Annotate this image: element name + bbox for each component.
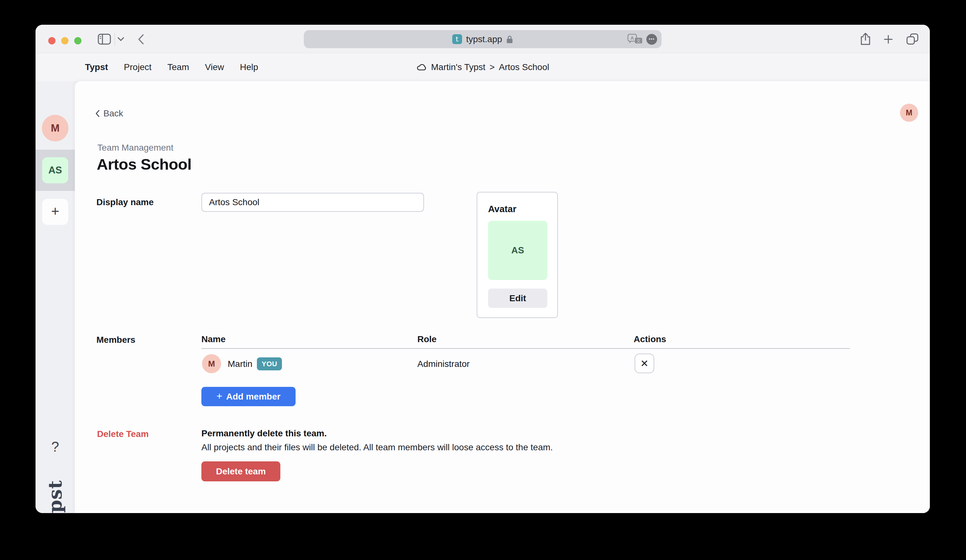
member-avatar: M [202,354,221,373]
tab-overview-icon[interactable] [906,33,918,45]
address-bar[interactable]: t typst.app A 文 ••• [304,30,662,48]
site-favicon: t [452,34,462,44]
translate-icon[interactable]: A 文 [627,34,643,45]
close-icon: ✕ [640,358,649,370]
main-area: M AS + ? typst Back M Team Management Ar… [36,81,930,513]
typst-logo: typst [44,480,66,513]
sidebar-active-team[interactable]: AS [36,149,75,191]
section-label: Team Management [97,143,174,153]
browser-toolbar: t typst.app A 文 ••• [36,25,930,53]
browser-window: t typst.app A 文 ••• [36,25,930,513]
avatar-card-title: Avatar [488,204,516,214]
app-menubar: Typst Project Team View Help Martin's Ty… [36,53,930,81]
breadcrumb-page: Artos School [499,62,549,72]
breadcrumb-separator: > [490,62,495,72]
back-label: Back [104,108,123,118]
svg-text:文: 文 [636,38,641,43]
delete-team-description: All projects and their files will be del… [201,442,553,453]
app-menus: Typst Project Team View Help [85,53,258,81]
you-badge: YOU [257,357,282,370]
display-name-input[interactable] [201,193,424,212]
edit-avatar-button[interactable]: Edit [488,289,547,308]
avatar-card: Avatar AS Edit [476,192,558,318]
display-name-label: Display name [97,197,154,207]
breadcrumb[interactable]: Martin's Typst > Artos School [416,53,549,81]
menu-project[interactable]: Project [124,62,151,72]
team-sidebar: M AS + ? typst [36,81,75,513]
menu-typst[interactable]: Typst [85,62,108,72]
members-label: Members [97,335,135,345]
menu-view[interactable]: View [205,62,224,72]
page-options-icon[interactable]: ••• [646,34,657,45]
team-avatar-preview: AS [488,221,547,280]
new-tab-icon[interactable] [884,34,893,44]
chevron-left-icon [95,110,100,117]
sidebar-toggle-icon[interactable] [98,34,111,45]
menu-help[interactable]: Help [240,62,258,72]
sidebar-team-avatar: AS [42,157,68,183]
back-navigation-icon[interactable] [137,34,145,45]
member-name: Martin [228,359,253,369]
url-text: typst.app [466,34,502,44]
delete-team-heading: Permanently delete this team. [201,429,327,438]
add-team-button[interactable]: + [42,199,68,225]
chevron-down-icon[interactable] [117,37,124,41]
remove-member-button[interactable]: ✕ [634,353,654,373]
toolbar-divider [115,33,115,46]
sidebar-user-avatar[interactable]: M [42,115,69,141]
breadcrumb-workspace[interactable]: Martin's Typst [431,62,485,72]
minimize-window-button[interactable] [61,37,69,44]
help-icon[interactable]: ? [36,439,75,455]
plus-icon: + [217,390,223,402]
back-button[interactable]: Back [95,108,123,118]
cloud-icon [416,63,427,72]
table-header-divider [201,348,850,349]
page-title: Artos School [97,155,192,173]
add-member-label: Add member [226,392,280,402]
svg-text:A: A [631,35,634,41]
share-icon[interactable] [860,32,871,46]
lock-icon [506,35,513,44]
column-header-actions: Actions [634,334,666,344]
column-header-role: Role [417,334,437,344]
menu-team[interactable]: Team [168,62,189,72]
zoom-window-button[interactable] [74,37,82,44]
close-window-button[interactable] [48,37,56,44]
delete-team-label: Delete Team [97,429,149,439]
delete-team-button[interactable]: Delete team [201,461,280,481]
member-role: Administrator [417,359,470,369]
team-management-page: Back M Team Management Artos School Disp… [75,81,930,513]
add-member-button[interactable]: + Add member [201,387,296,406]
column-header-name: Name [201,334,225,344]
account-avatar[interactable]: M [900,104,918,122]
